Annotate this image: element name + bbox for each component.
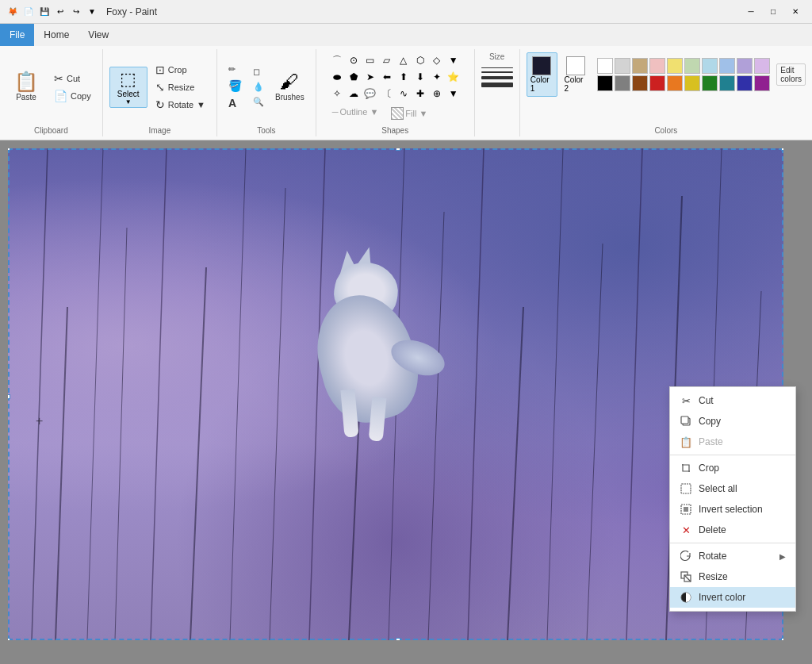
shape-star5[interactable]: ⭐ xyxy=(446,69,462,85)
context-select-all[interactable]: Select all xyxy=(670,478,795,499)
shape-right-arrow[interactable]: ➤ xyxy=(362,69,378,85)
menu-home[interactable]: Home xyxy=(34,24,79,46)
brushes-button[interactable]: 🖌 Brushes xyxy=(270,69,309,105)
svg-line-12 xyxy=(190,267,206,640)
handle-tr[interactable] xyxy=(781,148,783,151)
menu-view[interactable]: View xyxy=(79,24,118,46)
shape-hex[interactable]: ⬡ xyxy=(412,52,428,68)
shape-wave[interactable]: ∿ xyxy=(396,86,412,102)
menu-file[interactable]: File xyxy=(0,24,34,46)
shape-star6[interactable]: ✧ xyxy=(329,86,345,102)
context-copy[interactable]: Copy xyxy=(670,411,795,432)
text-button[interactable]: A xyxy=(224,95,247,111)
shape-left-arrow[interactable]: ⬅ xyxy=(379,69,395,85)
swatch-gray[interactable] xyxy=(615,75,630,91)
shape-speech[interactable]: 💬 xyxy=(362,86,378,102)
resize-button[interactable]: ⤡ Resize xyxy=(151,79,210,95)
shape-star4[interactable]: ✦ xyxy=(429,69,445,85)
zoom-button[interactable]: 🔍 xyxy=(248,95,269,109)
paste-button[interactable]: 📋 Paste xyxy=(6,69,46,105)
shape-bracket[interactable]: 〔 xyxy=(379,86,395,102)
shape-pentagon[interactable]: ⬟ xyxy=(346,69,362,85)
cut-button[interactable]: ✂ Cut xyxy=(49,71,96,86)
canvas-image[interactable]: + xyxy=(8,148,783,640)
handle-bm[interactable] xyxy=(396,638,400,640)
swatch-red[interactable] xyxy=(649,75,665,91)
app-title: Foxy - Paint xyxy=(106,6,157,17)
size-3px[interactable] xyxy=(481,76,513,79)
context-invert-color[interactable]: Invert color xyxy=(670,587,795,608)
shape-arrow-more[interactable]: ▼ xyxy=(446,52,462,68)
handle-tm[interactable] xyxy=(396,148,400,151)
swatch-yellow[interactable] xyxy=(667,58,683,74)
shape-triangle[interactable]: △ xyxy=(396,52,412,68)
swatch-silver[interactable] xyxy=(615,58,630,74)
context-invert-selection[interactable]: Invert selection xyxy=(670,499,795,520)
customize-icon[interactable]: ▼ xyxy=(86,6,98,18)
swatch-teal[interactable] xyxy=(719,75,735,91)
minimize-button[interactable]: ─ xyxy=(741,2,761,22)
swatch-pink[interactable] xyxy=(649,58,665,74)
context-resize[interactable]: Resize xyxy=(670,566,795,587)
undo-icon[interactable]: ↩ xyxy=(54,6,67,18)
swatch-purple[interactable] xyxy=(754,75,770,91)
swatch-tan[interactable] xyxy=(632,58,648,74)
shape-up-arrow[interactable]: ⬆ xyxy=(396,69,412,85)
eraser-button[interactable]: ◻ xyxy=(248,65,269,79)
fill-dropdown-button[interactable]: Fill ▼ xyxy=(388,106,431,121)
shape-line[interactable]: ⌒ xyxy=(329,52,345,68)
size-4px[interactable] xyxy=(481,83,513,87)
edit-colors-btn[interactable]: Editcolors xyxy=(776,63,806,86)
swatch-blue[interactable] xyxy=(737,75,753,91)
canvas-area[interactable]: + ✂ Cut Copy 📋 Paste xyxy=(0,140,812,664)
pencil-button[interactable]: ✏ xyxy=(224,63,247,76)
shape-cloud[interactable]: ☁ xyxy=(346,86,362,102)
shape-more[interactable]: ▼ xyxy=(446,86,462,102)
size-1px[interactable] xyxy=(481,67,513,68)
redo-icon[interactable]: ↪ xyxy=(70,6,82,18)
color-picker-button[interactable]: 💧 xyxy=(248,80,269,94)
shape-down-arrow[interactable]: ⬇ xyxy=(412,69,428,85)
handle-tl[interactable] xyxy=(8,148,10,151)
swatch-gold[interactable] xyxy=(684,75,700,91)
shape-cross[interactable]: ✚ xyxy=(412,86,428,102)
copy-button[interactable]: 📄 Copy xyxy=(49,88,96,104)
swatch-brown[interactable] xyxy=(632,75,648,91)
handle-ml[interactable] xyxy=(8,394,10,399)
swatch-periwinkle[interactable] xyxy=(737,58,753,74)
shape-rect[interactable]: ▭ xyxy=(362,52,378,68)
fill-button[interactable]: 🪣 xyxy=(224,78,247,94)
crop-button[interactable]: ⊡ Crop xyxy=(151,62,210,78)
new-icon[interactable]: 📄 xyxy=(22,6,35,18)
context-resize-icon xyxy=(680,570,692,583)
context-delete[interactable]: ✕ Delete xyxy=(670,520,795,540)
context-crop[interactable]: Crop xyxy=(670,458,795,478)
shape-circle[interactable]: ⊙ xyxy=(346,52,362,68)
close-button[interactable]: ✕ xyxy=(785,2,806,22)
context-cut[interactable]: ✂ Cut xyxy=(670,390,795,411)
shape-ellipse[interactable]: ⬬ xyxy=(329,69,345,85)
svg-line-10 xyxy=(56,307,67,640)
maximize-button[interactable]: □ xyxy=(763,2,783,22)
handle-bl[interactable] xyxy=(8,638,10,640)
color2-button[interactable]: Color 2 xyxy=(561,52,592,97)
context-rotate[interactable]: Rotate ▶ xyxy=(670,546,795,566)
swatch-light-blue[interactable] xyxy=(719,58,735,74)
shape-parallelogram[interactable]: ▱ xyxy=(379,52,395,68)
swatch-orange[interactable] xyxy=(667,75,683,91)
swatch-white[interactable] xyxy=(597,58,613,74)
swatch-green[interactable] xyxy=(702,75,718,91)
save-icon[interactable]: 💾 xyxy=(38,6,51,18)
swatch-light-green[interactable] xyxy=(684,58,700,74)
shape-diamond[interactable]: ◇ xyxy=(429,52,445,68)
shape-circle-cross[interactable]: ⊕ xyxy=(429,86,445,102)
color1-button[interactable]: Color 1 xyxy=(527,52,557,97)
size-2px[interactable] xyxy=(481,71,513,73)
swatch-light-cyan[interactable] xyxy=(702,58,718,74)
select-button[interactable]: ⬚ Select ▼ xyxy=(109,67,147,108)
swatch-lavender[interactable] xyxy=(754,58,770,74)
rotate-button[interactable]: ↻ Rotate ▼ xyxy=(151,97,210,113)
handle-br[interactable] xyxy=(781,638,783,640)
swatch-black[interactable] xyxy=(597,75,613,91)
outline-button[interactable]: ─ Outline ▼ xyxy=(329,106,382,118)
